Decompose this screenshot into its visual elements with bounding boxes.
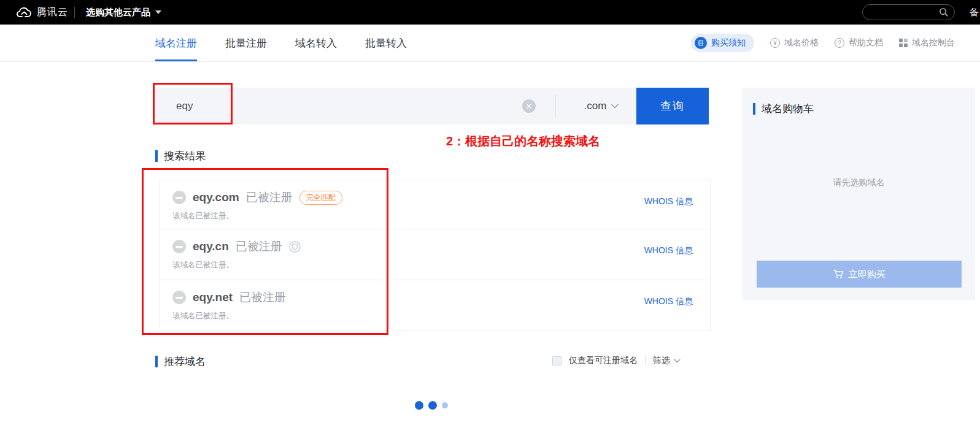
clear-input-icon[interactable]: ✕: [522, 99, 536, 113]
recommend-heading: 推荐域名: [155, 354, 206, 369]
brand-name: 腾讯云: [37, 6, 68, 19]
tld-divider: [555, 95, 556, 118]
result-row-eqy-com: eqy.com 已被注册 完全匹配 该域名已被注册。 WHOIS 信息: [160, 180, 710, 229]
query-button[interactable]: 查询: [636, 88, 709, 124]
domain-search-input[interactable]: [153, 88, 521, 124]
cloud-logo-icon: [16, 6, 32, 18]
annotation-step-text: 2：根据自己的名称搜索域名: [446, 133, 600, 150]
controls-divider: [645, 356, 646, 365]
tld-selected-value: .com: [584, 100, 607, 112]
other-products-label: 选购其他云产品: [86, 7, 150, 18]
tab-label: 批量注册: [225, 36, 267, 50]
domain-name: eqy.com: [193, 191, 239, 204]
filter-label: 筛选: [653, 355, 670, 366]
whois-link[interactable]: WHOIS 信息: [644, 196, 693, 207]
whois-link[interactable]: WHOIS 信息: [644, 245, 693, 256]
help-docs-label: 帮助文档: [849, 37, 883, 48]
carousel-dot-3[interactable]: [442, 402, 448, 408]
search-results-heading: 搜索结果: [155, 149, 206, 163]
help-docs-link[interactable]: ? 帮助文档: [835, 37, 883, 48]
other-products-menu[interactable]: 选购其他云产品: [86, 0, 161, 25]
heading-accent-bar: [753, 103, 755, 115]
recommend-heading-text: 推荐域名: [164, 354, 206, 369]
tabbar: 域名注册 批量注册 域名转入 批量转入 购买须知 ¥ 域名价格 ? 帮助文档 域…: [0, 25, 980, 62]
tab-label: 域名转入: [295, 36, 337, 50]
domain-price-label: 域名价格: [784, 37, 819, 48]
tab-domain-transfer[interactable]: 域名转入: [295, 25, 337, 61]
tld-dropdown[interactable]: .com: [568, 88, 635, 124]
tab-label: 域名注册: [155, 36, 197, 50]
result-title: eqy.net 已被注册: [172, 289, 710, 305]
tencent-cloud-logo[interactable]: 腾讯云: [16, 0, 68, 25]
search-results-table: eqy.com 已被注册 完全匹配 该域名已被注册。 WHOIS 信息 eqy.…: [160, 180, 711, 331]
question-circle-icon: ?: [835, 38, 844, 48]
domain-cart-panel: 域名购物车 请先选购域名 立即购买: [743, 88, 975, 300]
tab-bulk-transfer[interactable]: 批量转入: [365, 25, 407, 61]
domain-status: 已被注册: [246, 189, 293, 205]
filter-dropdown[interactable]: 筛选: [653, 355, 681, 366]
minus-circle-icon: [172, 291, 186, 304]
carousel-dot-2[interactable]: [428, 401, 437, 410]
result-row-eqy-cn: eqy.cn 已被注册 该域名已被注册。 WHOIS 信息: [160, 229, 710, 280]
yuan-circle-icon: ¥: [770, 38, 780, 48]
whois-link[interactable]: WHOIS 信息: [644, 296, 693, 307]
carousel-dots: [415, 401, 448, 410]
purchase-notice-link[interactable]: 购买须知: [691, 34, 754, 52]
shield-info-icon: [289, 241, 301, 253]
domain-status: 已被注册: [239, 289, 286, 305]
console-grid-icon: [899, 39, 908, 47]
topbar-divider: [74, 7, 75, 18]
chevron-down-icon: [611, 104, 619, 109]
cart-empty-text: 请先选购域名: [743, 177, 975, 188]
buy-now-label: 立即购买: [849, 269, 885, 280]
registrable-only-checkbox[interactable]: [552, 356, 561, 366]
domain-status: 已被注册: [236, 239, 282, 255]
topbar-search-input[interactable]: [862, 4, 955, 20]
domain-search-bar: ✕ .com: [153, 88, 636, 124]
domain-console-link[interactable]: 域名控制台: [899, 37, 955, 48]
domain-price-link[interactable]: ¥ 域名价格: [770, 37, 819, 48]
result-title: eqy.com 已被注册 完全匹配: [172, 189, 710, 205]
carousel-dot-1[interactable]: [415, 401, 423, 410]
purchase-notice-label: 购买须知: [711, 37, 746, 48]
tab-domain-register[interactable]: 域名注册: [155, 25, 197, 61]
result-note: 该域名已被注册。: [172, 211, 710, 221]
domain-name: eqy.cn: [193, 240, 229, 253]
minus-circle-icon: [172, 191, 186, 204]
topbar-partial-text[interactable]: 备: [970, 7, 979, 18]
buy-now-button[interactable]: 立即购买: [757, 261, 962, 288]
tab-label: 批量转入: [365, 36, 407, 50]
domain-console-label: 域名控制台: [912, 37, 955, 48]
tab-bulk-register[interactable]: 批量注册: [225, 25, 267, 61]
document-badge-icon: [695, 37, 707, 49]
heading-accent-bar: [155, 150, 158, 162]
result-title: eqy.cn 已被注册: [172, 239, 710, 255]
domain-tabs: 域名注册 批量注册 域名转入 批量转入: [155, 25, 407, 61]
search-icon: [939, 7, 949, 17]
result-note: 该域名已被注册。: [172, 311, 710, 321]
cart-icon: [833, 269, 844, 279]
result-note: 该域名已被注册。: [172, 260, 710, 270]
registrable-only-label: 仅查看可注册域名: [569, 355, 638, 366]
chevron-down-icon: [155, 10, 161, 14]
minus-circle-icon: [172, 240, 186, 253]
cart-heading: 域名购物车: [753, 102, 814, 116]
domain-name: eqy.net: [193, 291, 233, 304]
topbar: 腾讯云 选购其他云产品 备: [0, 0, 980, 25]
search-results-heading-text: 搜索结果: [164, 149, 206, 163]
header-links: 购买须知 ¥ 域名价格 ? 帮助文档 域名控制台: [691, 25, 955, 61]
result-row-eqy-net: eqy.net 已被注册 该域名已被注册。 WHOIS 信息: [160, 280, 710, 331]
recommend-controls: 仅查看可注册域名 筛选: [552, 354, 681, 367]
cart-heading-text: 域名购物车: [762, 102, 814, 116]
chevron-down-icon: [674, 359, 681, 363]
exact-match-badge: 完全匹配: [299, 191, 342, 205]
heading-accent-bar: [155, 356, 158, 367]
